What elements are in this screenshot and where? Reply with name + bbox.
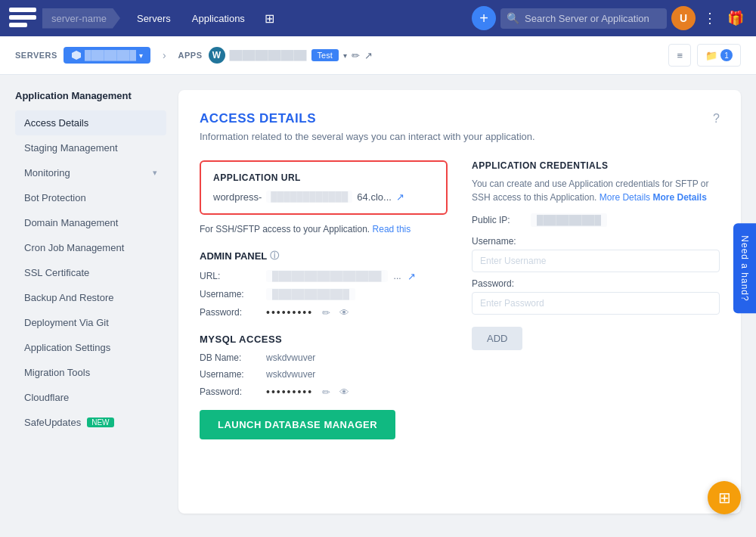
sub-nav: Servers ████████ ▾ › Apps W ████████████… — [0, 36, 756, 75]
admin-password-row: Password: ••••••••• ✏ 👁 — [200, 306, 448, 318]
floating-action-button[interactable]: ⊞ — [708, 481, 741, 514]
mysql-username-value: wskdvwuver — [266, 369, 315, 380]
files-badge: 1 — [720, 49, 733, 61]
application-url-box: APPLICATION URL wordpress-████████████64… — [200, 160, 448, 215]
apps-label: Apps — [178, 51, 203, 60]
show-password-icon[interactable]: 👁 — [339, 307, 349, 318]
admin-url-row: URL: █████████████████ ... ↗ — [200, 270, 448, 282]
app-tag-dropdown-icon[interactable]: ▾ — [343, 51, 347, 60]
breadcrumb-server[interactable]: server-name — [42, 8, 120, 29]
servers-label: Servers — [15, 51, 57, 60]
server-badge[interactable]: ████████ ▾ — [64, 47, 150, 64]
sidebar-item-monitoring[interactable]: Monitoring ▾ — [15, 160, 166, 185]
sidebar-title: Application Management — [15, 90, 166, 101]
sidebar-item-bot-protection[interactable]: Bot Protection — [15, 185, 166, 210]
url-prefix: wordpress- — [213, 191, 262, 203]
admin-panel: ADMIN PANEL ⓘ URL: █████████████████ ...… — [200, 250, 448, 318]
mysql-dbname-value: wskdvwuver — [266, 352, 315, 363]
admin-username-value: ████████████ — [266, 288, 355, 300]
logo[interactable] — [9, 8, 36, 29]
mysql-dbname-row: DB Name: wskdvwuver — [200, 352, 448, 363]
sidebar-item-deployment[interactable]: Deployment Via Git — [15, 310, 166, 335]
mysql-username-row: Username: wskdvwuver — [200, 369, 448, 380]
search-input[interactable] — [500, 8, 667, 29]
credentials-box: APPLICATION CREDENTIALS You can create a… — [472, 160, 720, 350]
admin-panel-title: ADMIN PANEL ⓘ — [200, 250, 448, 262]
public-ip-value: ██████████ — [531, 213, 607, 227]
top-nav: server-name Servers Applications ⊞ + 🔍 U… — [0, 0, 756, 36]
admin-password-dots: ••••••••• — [266, 306, 313, 318]
credentials-title: APPLICATION CREDENTIALS — [472, 160, 720, 171]
main-layout: Application Management Access Details St… — [0, 75, 756, 529]
admin-url-value: █████████████████ — [266, 270, 388, 282]
left-column: APPLICATION URL wordpress-████████████64… — [200, 160, 448, 439]
svg-rect-2 — [9, 23, 27, 27]
external-link-icon[interactable]: ↗ — [364, 50, 373, 61]
cred-password-label: Password: — [472, 278, 720, 289]
add-credentials-button[interactable]: ADD — [472, 327, 522, 350]
content-header: ACCESS DETAILS ? — [200, 111, 720, 126]
nav-servers[interactable]: Servers — [128, 8, 180, 29]
content-area: ACCESS DETAILS ? Information related to … — [178, 90, 741, 514]
chevron-down-icon: ▾ — [153, 168, 157, 178]
gift-icon[interactable]: 🎁 — [724, 7, 747, 29]
mysql-username-label: Username: — [200, 369, 260, 380]
svg-marker-3 — [72, 51, 81, 60]
server-dropdown-icon[interactable]: ▾ — [139, 51, 143, 60]
sidebar-item-ssl[interactable]: SSL Certificate — [15, 260, 166, 285]
nav-applications[interactable]: Applications — [183, 8, 254, 29]
nav-links: Servers Applications ⊞ — [128, 7, 279, 30]
nav-right: + 🔍 U ⋮ 🎁 — [472, 6, 747, 30]
sidebar-item-cron[interactable]: Cron Job Management — [15, 235, 166, 260]
admin-url-external-icon[interactable]: ↗ — [407, 271, 416, 282]
admin-username-row: Username: ████████████ — [200, 288, 448, 300]
section-description: Information related to the several ways … — [200, 131, 720, 142]
mysql-edit-icon[interactable]: ✏ — [322, 386, 330, 398]
sidebar-item-staging[interactable]: Staging Management — [15, 135, 166, 160]
files-button[interactable]: 📁 1 — [697, 44, 741, 67]
sidebar-item-app-settings[interactable]: Application Settings — [15, 335, 166, 360]
url-external-link-icon[interactable]: ↗ — [396, 191, 404, 203]
vultr-icon — [71, 50, 82, 61]
sidebar-item-domain[interactable]: Domain Management — [15, 210, 166, 235]
application-url-value: wordpress-████████████64.clo... ↗ — [213, 191, 434, 203]
sidebar-item-cloudflare[interactable]: Cloudflare — [15, 385, 166, 410]
new-badge: NEW — [87, 417, 113, 427]
right-column: APPLICATION CREDENTIALS You can create a… — [472, 160, 720, 439]
launch-db-manager-button[interactable]: LAUNCH DATABASE MANAGER — [200, 410, 395, 439]
cred-password-input[interactable] — [472, 292, 720, 315]
servers-section: Servers ████████ ▾ — [15, 47, 150, 64]
mysql-title: MYSQL ACCESS — [200, 334, 448, 345]
mysql-show-icon[interactable]: 👁 — [339, 386, 349, 398]
mysql-dbname-label: DB Name: — [200, 352, 260, 363]
svg-rect-0 — [9, 8, 36, 12]
avatar[interactable]: U — [671, 6, 696, 30]
mysql-password-dots: ••••••••• — [266, 386, 313, 398]
files-icon: 📁 — [705, 50, 717, 61]
sidebar-item-backup[interactable]: Backup And Restore — [15, 285, 166, 310]
sidebar-item-safeupdates[interactable]: SafeUpdates NEW — [15, 410, 166, 435]
help-icon[interactable]: ? — [713, 112, 720, 126]
add-button[interactable]: + — [472, 6, 496, 30]
sidebar-item-access-details[interactable]: Access Details — [15, 110, 166, 135]
sidebar-item-migration[interactable]: Migration Tools — [15, 360, 166, 385]
url-suffix: 64.clo... — [357, 191, 392, 203]
server-name: ████████ — [85, 50, 136, 61]
edit-icon[interactable]: ✏ — [352, 50, 360, 61]
list-view-button[interactable]: ≡ — [668, 44, 691, 67]
username-input-row: Username: — [472, 236, 720, 272]
floating-help-button[interactable]: Need a hand? — [733, 223, 756, 313]
wordpress-icon: W — [209, 47, 225, 64]
read-this-link[interactable]: Read this — [373, 224, 411, 234]
credentials-description: You can create and use Application crede… — [472, 177, 720, 204]
more-options-icon[interactable]: ⋮ — [700, 7, 720, 29]
more-details-link[interactable]: More Details — [600, 192, 650, 203]
public-ip-label: Public IP: — [472, 215, 525, 225]
more-details-bold[interactable]: More Details — [652, 192, 706, 203]
cred-username-input[interactable] — [472, 250, 720, 272]
admin-url-label: URL: — [200, 271, 260, 281]
edit-password-icon[interactable]: ✏ — [322, 307, 330, 318]
grid-icon[interactable]: ⊞ — [260, 7, 279, 30]
info-icon[interactable]: ⓘ — [270, 250, 279, 262]
url-ellipsis: ... — [394, 271, 401, 281]
